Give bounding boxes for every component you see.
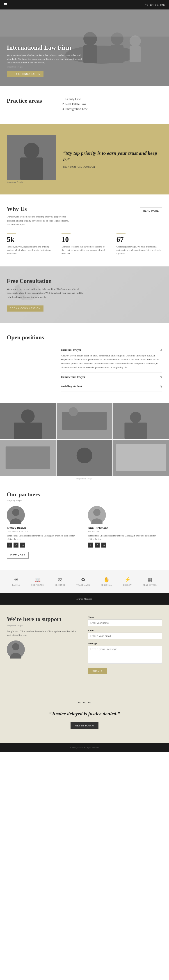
get-in-touch-button[interactable]: GET IN TOUCH [71, 722, 98, 729]
quote-img-from: Image from Freepik [7, 181, 56, 183]
chevron-down-icon: ∧ [160, 348, 162, 352]
positions-layout: Criminal lawyer ∧ Answer: Lorem ipsum do… [7, 345, 162, 391]
email-label: Email [88, 629, 162, 632]
footer-text: Copyright 2023 All rights reserved [7, 746, 162, 749]
svg-rect-11 [20, 158, 43, 180]
accordion-item-articling[interactable]: Articling student ∨ [61, 382, 162, 391]
support-right: Name Email Message SUBMIT [88, 616, 162, 674]
icon-item-family: ☀ FAMILY [12, 577, 20, 586]
why-us-description: Our lawyers are dedicated to ensuring th… [7, 215, 70, 227]
svg-rect-25 [6, 447, 50, 469]
svg-point-16 [21, 409, 35, 423]
positions-list [7, 345, 52, 391]
svg-point-6 [130, 35, 141, 47]
quote-attribution: NICK PARSION, FOUNDER [63, 165, 162, 168]
quote-image [7, 135, 56, 180]
navbar: ☰ +1 (234) 567-8911 [0, 0, 169, 10]
support-left: We're here to support Image from Freepik… [7, 616, 81, 659]
support-avatar [7, 641, 25, 659]
message-label: Message [88, 642, 162, 645]
support-description: Sample text. Click to select the text bo… [7, 629, 81, 637]
linkedin-icon[interactable]: in [101, 542, 106, 547]
accordion-header[interactable]: Commercial lawyer ∨ [61, 375, 162, 379]
photo-cell-4 [0, 440, 56, 476]
photo-grid-caption: Images from Freepik [0, 476, 169, 480]
list-item: Family Law [65, 97, 87, 101]
practice-areas-heading: Practice areas [7, 97, 52, 104]
hero-title: International Law Firm [7, 44, 84, 51]
linkedin-icon[interactable]: in [20, 542, 25, 547]
photo-grid [0, 403, 169, 476]
partner-role: MANAGER [88, 530, 162, 533]
svg-rect-17 [14, 423, 42, 439]
view-more-button[interactable]: VIEW MORE [7, 552, 28, 558]
hero-description: We understand your challenges. We strive… [7, 53, 84, 65]
partner-name: Jeffrey Brown [7, 526, 81, 530]
icon-item-corporate: 📖 CORPORATE [31, 577, 44, 586]
partner-name: Ann Richmond [88, 526, 162, 530]
icon-label: CRIMINAL [55, 584, 66, 586]
svg-point-27 [77, 448, 92, 463]
hero-cta-button[interactable]: BOOK A CONSULTATION [7, 71, 44, 77]
support-heading: We're here to support [7, 616, 81, 623]
partner-avatar-jeffrey [7, 506, 25, 524]
trademark-icon: ♻ [81, 577, 85, 583]
svg-rect-7 [130, 46, 141, 62]
position-detail: Criminal lawyer ∧ Answer: Lorem ipsum do… [61, 345, 162, 391]
list-item: Immigration Law [65, 107, 87, 111]
twitter-icon[interactable]: ✓ [95, 542, 100, 547]
practice-areas-section: Practice areas Family Law Real Estate La… [0, 86, 169, 124]
free-consult-cta-button[interactable]: BOOK A CONSULTATION [7, 305, 44, 312]
personal-icon: ✋ [103, 577, 109, 583]
dark-strip: Margo Madison [0, 593, 169, 605]
email-input[interactable] [88, 633, 162, 640]
icon-label: FAMILY [12, 584, 20, 586]
why-us-read-more-button[interactable]: READ MORE [140, 208, 162, 214]
free-consult-heading: Free Consultation [7, 278, 84, 285]
svg-rect-29 [116, 444, 166, 471]
submit-button[interactable]: SUBMIT [88, 668, 107, 674]
stat-item-partnerships: 67 Overseas partnerships. We have intern… [117, 234, 162, 255]
practice-areas-list: Family Law Real Estate Law Immigration L… [61, 97, 87, 112]
facebook-icon[interactable]: f [88, 542, 93, 547]
facebook-icon[interactable]: f [7, 542, 12, 547]
menu-icon[interactable]: ☰ [3, 2, 7, 7]
free-consult-content: Free Consultation We know it can be hard… [7, 278, 84, 312]
accordion-header[interactable]: Articling student ∨ [61, 385, 162, 388]
partner-description: Sample text. Click to select the text bo… [7, 534, 81, 541]
photo-cell-5 [57, 440, 112, 476]
partner-social-icons: f ✓ in [88, 542, 162, 547]
svg-rect-5 [111, 45, 123, 63]
chevron-down-icon: ∨ [160, 375, 162, 379]
stat-number: 67 [117, 235, 162, 243]
energy-icon: ⚡ [125, 577, 131, 583]
svg-point-34 [93, 509, 101, 516]
realestate-icon: ▦ [147, 577, 152, 583]
accordion-header[interactable]: Criminal lawyer ∧ [61, 348, 162, 352]
icon-label: ENERGY [123, 584, 132, 586]
svg-point-22 [130, 412, 141, 423]
svg-rect-23 [125, 423, 147, 439]
icon-label: CORPORATE [31, 584, 44, 586]
svg-point-37 [12, 643, 19, 651]
twitter-icon[interactable]: ✓ [14, 542, 19, 547]
icon-item-personal: ✋ PERSONAL [101, 577, 112, 586]
support-section: We're here to support Image from Freepik… [0, 605, 169, 686]
icon-label: TRADEMARK [77, 584, 90, 586]
name-label: Name [88, 616, 162, 619]
partners-header: Our partners [7, 491, 162, 498]
accordion-item-criminal[interactable]: Criminal lawyer ∧ Answer: Lorem ipsum do… [61, 345, 162, 372]
icon-item-realestate: ▦ REAL ESTATE [143, 577, 157, 586]
why-us-heading: Why Us [7, 206, 70, 213]
accordion-item-commercial[interactable]: Commercial lawyer ∨ [61, 372, 162, 382]
message-input[interactable] [88, 646, 162, 664]
svg-rect-3 [84, 45, 97, 63]
form-group-email: Email [88, 629, 162, 640]
open-positions-heading: Open positions [7, 334, 162, 341]
stat-description: Partners, lawyers, legal assistants, and… [7, 245, 52, 255]
form-group-name: Name [88, 616, 162, 626]
stat-description: Domestic locations. We have offices in s… [62, 245, 107, 255]
name-input[interactable] [88, 619, 162, 626]
partner-card-jeffrey: Jeffrey Brown CREATIVE LEADER Sample tex… [7, 506, 81, 547]
partner-avatar-ann [88, 506, 106, 524]
